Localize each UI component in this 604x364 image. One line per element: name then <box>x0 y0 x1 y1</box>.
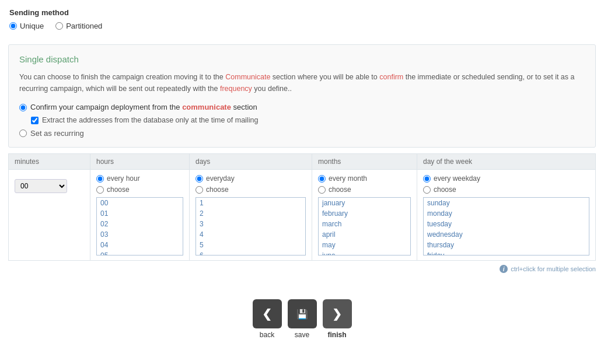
list-item[interactable]: 05 <box>97 250 183 256</box>
list-item[interactable]: 2 <box>196 208 305 219</box>
partitioned-radio[interactable] <box>55 22 63 30</box>
hours-header: hours <box>90 154 189 170</box>
every-hour-label[interactable]: every hour <box>107 174 140 183</box>
list-item[interactable]: wednesday <box>424 229 589 240</box>
hours-body: every hour choose 00 01 02 03 04 05 <box>90 170 189 260</box>
list-item[interactable]: 02 <box>97 219 183 229</box>
minutes-col: minutes 00 05 10 15 20 25 30 35 40 45 50… <box>9 154 90 260</box>
list-item[interactable]: 6 <box>196 250 305 256</box>
dow-listbox-wrapper: sunday monday tuesday wednesday thursday… <box>423 197 589 256</box>
choose-hour-label[interactable]: choose <box>107 186 130 194</box>
dow-list[interactable]: sunday monday tuesday wednesday thursday… <box>423 197 589 256</box>
communicate-label[interactable]: Confirm your campaign deployment from th… <box>30 103 257 111</box>
days-listbox-wrapper: 1 2 3 4 5 6 <box>195 197 306 256</box>
days-list[interactable]: 1 2 3 4 5 6 <box>195 197 306 256</box>
ctrl-hint: i ctrl+click for multiple selection <box>0 262 604 276</box>
everyday-radio[interactable] <box>195 175 203 183</box>
months-header: months <box>312 154 417 170</box>
list-item[interactable]: may <box>319 240 410 250</box>
everyday-label[interactable]: everyday <box>206 174 235 183</box>
list-item[interactable]: 5 <box>196 240 305 250</box>
list-item[interactable]: june <box>319 250 410 256</box>
days-col: days everyday choose 1 2 3 4 5 <box>190 154 312 260</box>
list-item[interactable]: tuesday <box>424 219 589 229</box>
extract-checkbox-row: Extract the addresses from the database … <box>31 116 585 124</box>
every-weekday-option: every weekday <box>423 174 589 183</box>
choose-month-option: choose <box>318 186 411 194</box>
save-button-wrapper: 💾 save <box>288 299 317 339</box>
list-item[interactable]: 4 <box>196 229 305 240</box>
list-item[interactable]: sunday <box>424 198 589 208</box>
finish-label: finish <box>328 331 347 339</box>
unique-option[interactable]: Unique <box>9 22 44 30</box>
communicate-radio[interactable] <box>19 104 27 111</box>
finish-arrow-icon: ❯ <box>332 307 342 321</box>
bottom-bar: ❮ back 💾 save ❯ finish <box>0 276 604 351</box>
months-body: every month choose january february marc… <box>312 170 417 260</box>
communicate-option-row: Confirm your campaign deployment from th… <box>19 103 585 111</box>
every-month-radio[interactable] <box>318 175 326 183</box>
months-listbox-wrapper: january february march april may june <box>318 197 411 256</box>
single-dispatch-title: Single dispatch <box>19 54 585 64</box>
days-header: days <box>190 154 312 170</box>
description-text: You can choose to finish the campaign cr… <box>19 71 585 94</box>
list-item[interactable]: 1 <box>196 198 305 208</box>
every-weekday-radio[interactable] <box>423 175 431 183</box>
unique-radio[interactable] <box>9 22 17 30</box>
list-item[interactable]: march <box>319 219 410 229</box>
minutes-select[interactable]: 00 05 10 15 20 25 30 35 40 45 50 55 <box>15 179 67 193</box>
list-item[interactable]: 01 <box>97 208 183 219</box>
scheduler-grid: minutes 00 05 10 15 20 25 30 35 40 45 50… <box>8 153 596 261</box>
every-month-option: every month <box>318 174 411 183</box>
list-item[interactable]: thursday <box>424 240 589 250</box>
back-label: back <box>260 331 274 339</box>
list-item[interactable]: april <box>319 229 410 240</box>
choose-weekday-radio[interactable] <box>423 186 431 194</box>
every-weekday-label[interactable]: every weekday <box>434 174 480 183</box>
save-button[interactable]: 💾 <box>288 299 317 328</box>
choose-hour-radio[interactable] <box>96 186 104 194</box>
choose-weekday-label[interactable]: choose <box>434 186 456 194</box>
back-button-wrapper: ❮ back <box>253 299 282 339</box>
dow-header: day of the week <box>417 154 595 170</box>
dow-body: every weekday choose sunday monday tuesd… <box>417 170 595 260</box>
list-item[interactable]: 3 <box>196 219 305 229</box>
every-month-label[interactable]: every month <box>329 174 367 183</box>
list-item[interactable]: 04 <box>97 240 183 250</box>
every-hour-option: every hour <box>96 174 183 183</box>
sending-method-radio-group: Unique Partitioned <box>9 22 595 30</box>
list-item[interactable]: 00 <box>97 198 183 208</box>
extract-label[interactable]: Extract the addresses from the database … <box>42 116 258 124</box>
months-list[interactable]: january february march april may june <box>318 197 411 256</box>
dow-col: day of the week every weekday choose sun… <box>417 154 595 260</box>
list-item[interactable]: 03 <box>97 229 183 240</box>
minutes-body: 00 05 10 15 20 25 30 35 40 45 50 55 <box>9 170 90 198</box>
recurring-row: Set as recurring <box>19 129 585 138</box>
choose-day-option: choose <box>195 186 306 194</box>
list-item[interactable]: february <box>319 208 410 219</box>
hours-listbox-wrapper: 00 01 02 03 04 05 <box>96 197 183 256</box>
partitioned-option[interactable]: Partitioned <box>55 22 102 30</box>
finish-button-wrapper: ❯ finish <box>323 299 352 339</box>
recurring-radio[interactable] <box>19 130 27 137</box>
ctrl-hint-text: ctrl+click for multiple selection <box>511 265 596 272</box>
hours-list[interactable]: 00 01 02 03 04 05 <box>96 197 183 256</box>
finish-button[interactable]: ❯ <box>323 299 352 328</box>
list-item[interactable]: monday <box>424 208 589 219</box>
choose-day-label[interactable]: choose <box>206 186 229 194</box>
page-wrapper: Sending method Unique Partitioned Single… <box>0 0 604 364</box>
everyday-option: everyday <box>195 174 306 183</box>
choose-month-radio[interactable] <box>318 186 326 194</box>
choose-weekday-option: choose <box>423 186 589 194</box>
info-icon: i <box>500 265 508 273</box>
top-section: Sending method Unique Partitioned <box>0 0 604 38</box>
every-hour-radio[interactable] <box>96 175 104 183</box>
choose-month-label[interactable]: choose <box>329 186 351 194</box>
back-button[interactable]: ❮ <box>253 299 282 328</box>
single-dispatch-box: Single dispatch You can choose to finish… <box>8 44 596 148</box>
choose-day-radio[interactable] <box>195 186 203 194</box>
list-item[interactable]: friday <box>424 250 589 256</box>
extract-checkbox[interactable] <box>31 117 39 124</box>
recurring-label[interactable]: Set as recurring <box>30 129 84 138</box>
list-item[interactable]: january <box>319 198 410 208</box>
